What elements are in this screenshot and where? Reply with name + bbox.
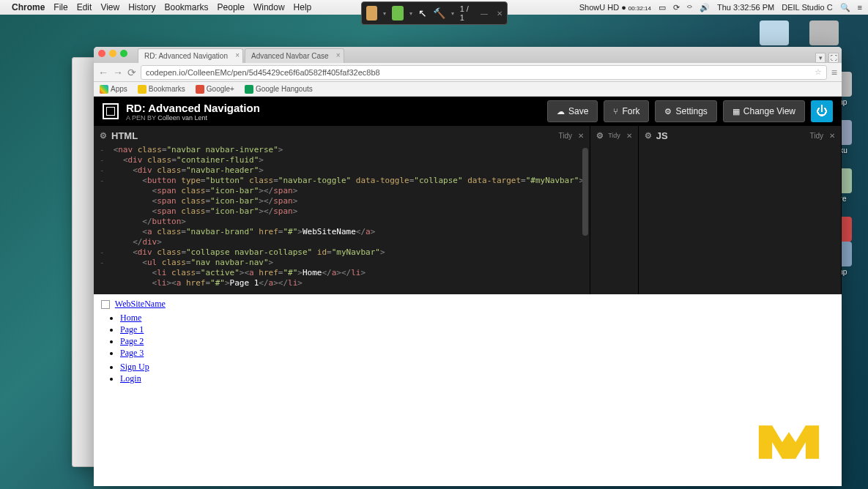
close-pane-icon[interactable]: ✕ (829, 132, 835, 140)
close-tab-icon[interactable]: × (336, 51, 341, 59)
html-code-editor[interactable]: - <nav class="navbar navbar-inverse"> - … (94, 145, 590, 294)
js-code-editor[interactable] (639, 145, 841, 294)
bookmark-item[interactable]: Bookmarks (138, 85, 185, 94)
pane-header-js: ⚙ JS Tidy✕ (639, 126, 841, 145)
nav-link[interactable]: Sign Up (120, 362, 149, 372)
address-bar: ← → ⟳ codepen.io/ColleenEMc/pen/5d45429c… (94, 63, 842, 82)
active-app-name[interactable]: Chrome (12, 2, 45, 12)
user-menu[interactable]: DEIL Studio C (782, 3, 832, 12)
pen-author: A PEN BY Colleen van Lent (126, 114, 260, 122)
sync-icon[interactable]: ⟳ (673, 3, 680, 12)
menu-file[interactable]: File (53, 2, 67, 12)
screen-recorder-badge[interactable]: ShowU HD ● 00:32:14 (579, 3, 651, 12)
preview-nav-list-right: Sign Up Login (120, 362, 834, 384)
logout-button[interactable]: ⏻ (811, 100, 833, 122)
nav-link[interactable]: Home (120, 313, 141, 323)
codepen-header: RD: Advanced Navigation A PEN BY Colleen… (94, 97, 842, 126)
tidy-button[interactable]: Tidy (559, 132, 573, 140)
display-icon[interactable]: ▭ (659, 3, 666, 12)
nav-link[interactable]: Page 3 (120, 348, 144, 358)
pane-title: HTML (111, 130, 138, 141)
settings-button[interactable]: ⚙Settings (655, 100, 716, 122)
gear-icon[interactable]: ⚙ (645, 131, 652, 141)
close-pane-icon[interactable]: ✕ (578, 132, 584, 140)
bookmark-item[interactable]: Google Hangouts (245, 85, 313, 94)
close-pane-icon[interactable]: ✕ (626, 132, 632, 140)
pen-tool-orange[interactable] (366, 6, 377, 20)
tab-strip: RD: Advanced Navigation× Advanced Navbar… (94, 47, 842, 63)
gear-icon: ⚙ (664, 107, 672, 116)
codepen-logo-icon[interactable] (103, 103, 119, 119)
clock[interactable]: Thu 3:32:56 PM (717, 3, 774, 12)
cursor-tool[interactable]: ↖ (418, 7, 427, 19)
menu-help[interactable]: Help (294, 2, 312, 12)
back-button[interactable]: ← (98, 67, 108, 78)
spotlight-icon[interactable]: 🔍 (840, 3, 850, 12)
js-editor-pane: ⚙ JS Tidy✕ (639, 126, 842, 294)
hammer-tool[interactable]: 🔨 (433, 7, 445, 19)
browser-tab[interactable]: Advanced Navbar Case× (245, 48, 344, 63)
wifi-icon[interactable]: ⌔ (687, 3, 692, 12)
apps-shortcut[interactable]: Apps (100, 85, 127, 94)
fullscreen-icon[interactable]: ⛶ (828, 53, 839, 63)
forward-button[interactable]: → (113, 67, 123, 78)
bookmark-star-icon[interactable]: ☆ (815, 67, 822, 77)
fork-button[interactable]: ⑂Fork (604, 100, 649, 122)
pane-header-html: ⚙ HTML Tidy✕ (94, 126, 590, 145)
brand-link[interactable]: WebSiteName (115, 299, 166, 309)
close-icon[interactable]: ✕ (497, 10, 502, 18)
desktop-folder[interactable] (757, 20, 792, 47)
reload-button[interactable]: ⟳ (127, 67, 136, 78)
dropdown-icon[interactable]: ▾ (383, 10, 386, 17)
tidy-button[interactable]: Tidy (608, 132, 620, 140)
css-editor-pane: ⚙ Tidy✕ (590, 126, 639, 294)
minimize-icon[interactable]: — (481, 10, 488, 18)
minimize-window-icon[interactable] (109, 50, 116, 57)
navbar-toggle-button[interactable] (101, 300, 110, 309)
url-input[interactable]: codepen.io/ColleenEMc/pen/5d45429ce6f6a0… (141, 65, 827, 80)
editor-row: ⚙ HTML Tidy✕ - <nav class="navbar navbar… (94, 126, 842, 294)
tab-title: Advanced Navbar Case (251, 52, 329, 60)
dropdown-icon[interactable]: ▾ (451, 10, 454, 17)
annotation-toolbar[interactable]: ▾ ▾ ↖ 🔨 ▾ 1 / 1 — ✕ (361, 1, 508, 25)
change-view-button[interactable]: ▦Change View (723, 100, 805, 122)
bookmarks-bar: Apps Bookmarks Google+ Google Hangouts (94, 82, 842, 97)
menu-bookmarks[interactable]: Bookmarks (165, 2, 209, 12)
chrome-menu-icon[interactable]: ≡ (831, 67, 837, 78)
scrollbar[interactable] (582, 148, 588, 236)
preview-pane: WebSiteName Home Page 1 Page 2 Page 3 Si… (94, 294, 842, 486)
gear-icon[interactable]: ⚙ (596, 131, 604, 141)
menu-view[interactable]: View (100, 2, 119, 12)
css-code-editor[interactable] (590, 145, 638, 294)
nav-link[interactable]: Page 2 (120, 336, 144, 346)
menu-history[interactable]: History (128, 2, 155, 12)
dropdown-icon[interactable]: ▾ (409, 10, 412, 17)
zoom-window-icon[interactable] (120, 50, 127, 57)
power-icon: ⏻ (816, 105, 828, 118)
close-tab-icon[interactable]: × (235, 51, 240, 59)
menu-people[interactable]: People (218, 2, 245, 12)
fork-icon: ⑂ (613, 107, 618, 116)
notification-center-icon[interactable]: ≡ (858, 3, 862, 12)
nav-link[interactable]: Login (120, 373, 141, 384)
traffic-lights[interactable] (98, 50, 127, 57)
volume-icon[interactable]: 🔊 (700, 3, 710, 12)
nav-link[interactable]: Page 1 (120, 324, 144, 335)
pane-title: JS (656, 130, 668, 141)
gear-icon[interactable]: ⚙ (100, 131, 107, 141)
tab-overflow-icon[interactable]: ▾ (815, 53, 826, 63)
preview-nav-list: Home Page 1 Page 2 Page 3 (120, 313, 834, 359)
menu-edit[interactable]: Edit (77, 2, 92, 12)
tab-title: RD: Advanced Navigation (144, 52, 228, 60)
close-window-icon[interactable] (98, 50, 105, 57)
cloud-icon: ☁ (557, 107, 565, 116)
html-editor-pane: ⚙ HTML Tidy✕ - <nav class="navbar navbar… (94, 126, 590, 294)
pen-tool-green[interactable] (392, 6, 403, 20)
save-button[interactable]: ☁Save (547, 100, 598, 122)
menu-window[interactable]: Window (253, 2, 285, 12)
browser-tab-active[interactable]: RD: Advanced Navigation× (138, 48, 243, 63)
preview-navbar: WebSiteName (101, 299, 834, 310)
layout-icon: ▦ (732, 107, 740, 116)
bookmark-item[interactable]: Google+ (196, 85, 234, 94)
tidy-button[interactable]: Tidy (809, 132, 823, 140)
